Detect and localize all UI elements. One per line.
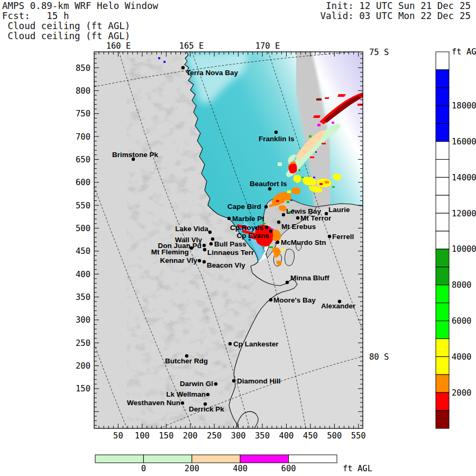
station-dot	[282, 213, 285, 216]
station-dot	[181, 401, 184, 405]
y-axis-labels: 8508007507006506005505004504003503002502…	[76, 63, 90, 394]
colorbar-cell	[436, 321, 449, 339]
x-tick-label: 100	[135, 431, 150, 441]
y-tick-label: 250	[76, 338, 90, 348]
x-tick-label: 200	[183, 431, 198, 441]
longitude-label: 160 E	[106, 41, 131, 51]
station-dot	[208, 231, 212, 234]
x-tick-label: 400	[279, 431, 294, 441]
longitude-labels: 160 E165 E170 E	[106, 41, 280, 51]
station-label: Moore's Bay	[273, 296, 316, 304]
longitude-label: 170 E	[255, 41, 280, 51]
station-dot	[296, 216, 299, 219]
station-label: Cp Evans	[236, 232, 269, 240]
colorbar-unit: ft AGL	[452, 47, 476, 57]
station-label: Cp Lankester	[233, 340, 279, 348]
colorbar-cell	[436, 124, 449, 142]
colorbar-cell	[436, 106, 449, 124]
station-label: Beaufort Is	[250, 180, 287, 188]
colorbar-cell	[436, 356, 449, 374]
station-label: McMurdo Stn	[281, 239, 326, 246]
y-tick-label: 500	[76, 224, 90, 233]
x-tick-label: 500	[327, 431, 342, 441]
colorbar-bottom: 0200400600ft AGL	[95, 455, 372, 473]
station-label: Minna Bluff	[290, 274, 329, 282]
colorbar-label: 600	[281, 464, 296, 473]
colorbar-cell	[436, 338, 449, 356]
colorbar-cell	[436, 374, 449, 392]
amps-forecast-page: { "header": { "title": "AMPS 0.89-km WRF…	[0, 0, 476, 476]
station-label: Brimstone Pk	[112, 151, 159, 159]
y-tick-label: 750	[76, 109, 90, 118]
colorbar-label: 16000	[452, 137, 476, 147]
y-tick-label: 600	[76, 178, 90, 187]
station-dot	[198, 259, 201, 262]
station-label: Beacon Vly	[207, 261, 245, 269]
colorbar-label: 10000	[452, 244, 476, 254]
station-dot	[203, 244, 206, 247]
x-tick-label: 250	[207, 431, 222, 441]
station-dot	[209, 242, 213, 245]
colorbar-cell	[436, 303, 449, 321]
station-dot	[264, 205, 268, 208]
colorbar-label: 4000	[452, 352, 471, 362]
station-dot	[277, 221, 280, 224]
colorbar-cell	[436, 159, 449, 177]
colorbar-cell	[436, 142, 449, 160]
station-dot	[228, 342, 232, 345]
y-tick-label: 150	[76, 384, 90, 393]
x-tick-label: 350	[255, 431, 270, 441]
station-label: Mt Terror	[300, 214, 332, 222]
colorbar-right: ft AGL1800016000140001200010000800060004…	[436, 47, 476, 428]
station-label: Cp Royds	[230, 224, 263, 232]
station-label: Derrick Pk	[189, 405, 224, 413]
colorbar-cell	[436, 392, 449, 410]
station-label: Bull Pass	[214, 240, 246, 248]
colorbar-cell	[289, 455, 337, 463]
colorbar-cell	[436, 195, 449, 213]
x-tick-label: 450	[303, 431, 318, 441]
colorbar-label: 2000	[452, 388, 471, 398]
longitude-label: 165 E	[179, 41, 204, 51]
station-label: Kennar Vly	[160, 257, 197, 264]
latitude-labels: 75 S80 S	[369, 48, 389, 362]
station-label: Lk Wellman	[166, 390, 206, 398]
station-label: Terra Nova Bay	[186, 69, 239, 77]
station-dot	[214, 382, 217, 386]
colorbar-label: 18000	[452, 101, 476, 111]
x-tick-label: 300	[231, 431, 246, 441]
y-tick-label: 350	[76, 292, 90, 302]
station-dot	[269, 230, 272, 233]
station-label: Linnaeus Terr	[207, 249, 254, 257]
y-tick-label: 550	[76, 201, 90, 210]
station-label: Darwin Gl	[180, 380, 213, 388]
colorbar-cell	[240, 455, 288, 463]
colorbar-cell	[436, 231, 449, 249]
y-tick-label: 400	[76, 270, 90, 279]
station-label: Butcher Rdg	[165, 357, 208, 365]
colorbar-cell	[436, 88, 449, 106]
colorbar-cell	[436, 177, 449, 195]
colorbar-cell	[192, 455, 240, 463]
y-tick-label: 650	[76, 155, 90, 164]
station-label: Cape Bird	[227, 203, 261, 210]
y-tick-label: 800	[76, 86, 90, 96]
colorbar-cell	[436, 70, 449, 88]
station-dot	[203, 260, 206, 263]
station-dot	[232, 379, 235, 382]
station-label: Alexander	[321, 302, 356, 310]
colorbar-label: 8000	[452, 280, 471, 290]
station-dot	[269, 298, 272, 301]
station-label: Laurie	[328, 206, 350, 214]
y-tick-label: 850	[76, 63, 90, 73]
colorbar-unit: ft AGL	[343, 464, 372, 473]
station-label: Mt Fleming	[151, 248, 189, 256]
y-tick-label: 700	[76, 132, 90, 142]
colorbar-cell	[436, 52, 449, 70]
forecast-map-canvas: 50100150200250300350400450500550 8508007…	[0, 0, 476, 476]
station-dot	[265, 226, 268, 229]
x-tick-label: 50	[113, 431, 123, 441]
station-dot	[181, 66, 185, 69]
station-dot	[203, 248, 206, 251]
colorbar-cell	[436, 267, 449, 285]
